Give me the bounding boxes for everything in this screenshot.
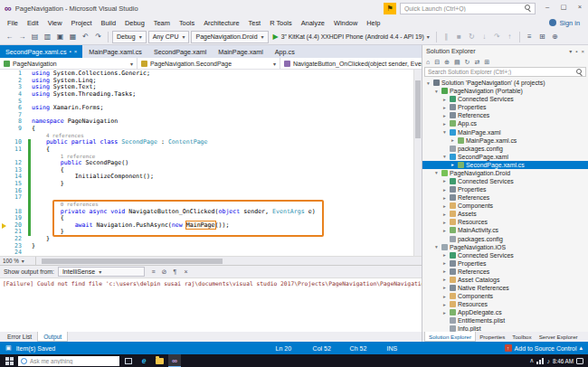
- menu-item-project[interactable]: Project: [67, 16, 97, 29]
- action-center-icon[interactable]: [576, 358, 583, 364]
- chevron-down-icon[interactable]: ▾: [569, 48, 572, 54]
- new-file-icon[interactable]: ▤: [29, 31, 41, 43]
- expander-icon[interactable]: ▸: [450, 162, 456, 167]
- save-all-icon[interactable]: ▦: [67, 31, 79, 43]
- expander-icon[interactable]: ▸: [441, 187, 448, 193]
- code-editor[interactable]: 1using System.Collections.Generic;2using…: [0, 70, 422, 256]
- step-over-icon[interactable]: ↷: [491, 31, 503, 43]
- code-line[interactable]: 16: [0, 188, 422, 195]
- menu-item-r-tools[interactable]: R Tools: [265, 16, 297, 29]
- tree-item-connected-services[interactable]: ▸Connected Services: [422, 251, 588, 259]
- network-icon[interactable]: [536, 358, 544, 364]
- grid-icon[interactable]: ⊞: [536, 31, 548, 43]
- step-into-icon[interactable]: ↓: [479, 31, 490, 43]
- expander-icon[interactable]: ▸: [441, 285, 448, 290]
- back-icon[interactable]: ←: [4, 31, 15, 43]
- expander-icon[interactable]: ▸: [441, 113, 448, 118]
- redo-icon[interactable]: ↷: [92, 31, 104, 43]
- tree-item-references[interactable]: ▸References: [422, 268, 588, 276]
- tree-item-connected-services[interactable]: ▸Connected Services: [422, 177, 588, 185]
- expander-icon[interactable]: ▸: [441, 212, 448, 217]
- show-all-icon[interactable]: ▤: [454, 59, 460, 66]
- tree-item-info.plist[interactable]: Info.plist: [422, 325, 588, 332]
- code-line[interactable]: 21 }: [0, 229, 422, 236]
- list-icon[interactable]: ≡: [524, 31, 536, 43]
- step-out-icon[interactable]: ↑: [504, 31, 516, 43]
- undo-icon[interactable]: ↶: [80, 31, 91, 43]
- tree-item-entitlements.plist[interactable]: Entitlements.plist: [422, 316, 588, 325]
- zoom-dropdown[interactable]: 100 % ▾: [0, 257, 36, 266]
- tab-mainpage.xaml.cs[interactable]: MainPage.xaml.cs: [83, 45, 147, 58]
- expander-icon[interactable]: ▸: [441, 97, 448, 102]
- collapse-all-icon[interactable]: ⊟: [434, 59, 440, 66]
- code-line[interactable]: 22 }: [0, 236, 422, 243]
- expander-icon[interactable]: ▸: [441, 277, 448, 282]
- tree-item-secondpage.xaml.cs[interactable]: ▸SecondPage.xaml.cs: [422, 161, 588, 169]
- tree-item-connected-services[interactable]: ▸Connected Services: [422, 95, 588, 103]
- editor-vertical-scrollbar[interactable]: [413, 70, 422, 256]
- code-line[interactable]: 9{: [0, 126, 422, 133]
- expander-icon[interactable]: ▸: [441, 178, 448, 184]
- restart-icon[interactable]: ↻: [466, 31, 478, 43]
- properties-icon[interactable]: ⊕: [444, 59, 450, 66]
- volume-icon[interactable]: ♪: [546, 358, 550, 364]
- tree-item-secondpage.xaml[interactable]: ▾SecondPage.xaml: [422, 153, 588, 161]
- menu-item-help[interactable]: Help: [362, 16, 384, 29]
- pin-icon[interactable]: ▪: [575, 49, 577, 54]
- code-line[interactable]: 10 public partial class SecondPage : Con…: [0, 139, 422, 146]
- tab-secondpage.xaml[interactable]: SecondPage.xaml: [148, 45, 212, 58]
- tree-item-references[interactable]: ▸References: [422, 111, 588, 119]
- tree-item-properties[interactable]: ▸Properties: [422, 103, 588, 111]
- code-line[interactable]: 11 {: [0, 146, 422, 154]
- panel-tab-server-explorer[interactable]: Server Explorer: [536, 332, 582, 342]
- menu-item-team[interactable]: Team: [149, 16, 175, 29]
- expander-icon[interactable]: ▸: [450, 137, 456, 143]
- open-file-icon[interactable]: ▥: [42, 31, 53, 43]
- wrap-icon[interactable]: ¶: [170, 268, 180, 275]
- code-line[interactable]: 17: [0, 194, 422, 202]
- expander-icon[interactable]: ▸: [441, 195, 448, 201]
- menu-item-analyze[interactable]: Analyze: [297, 16, 329, 29]
- code-line[interactable]: 23}: [0, 243, 422, 250]
- task-view-button[interactable]: [122, 354, 135, 367]
- member-dropdown[interactable]: NavigateButton_OnClicked(object sender, …: [280, 58, 422, 69]
- visual-studio-taskbar-icon[interactable]: ∞: [168, 354, 181, 367]
- startup-project-dropdown[interactable]: PageNavigation.Droid ▾: [191, 31, 268, 43]
- tree-item-mainpage.xaml.cs[interactable]: ▸MainPage.xaml.cs: [422, 136, 588, 145]
- configuration-dropdown[interactable]: Debug ▾: [112, 31, 147, 43]
- expander-icon[interactable]: ▸: [441, 228, 448, 233]
- home-icon[interactable]: ⌂: [426, 59, 430, 65]
- expander-icon[interactable]: ▸: [441, 252, 448, 258]
- tree-item-properties[interactable]: ▸Properties: [422, 185, 588, 193]
- panel-tab-output[interactable]: Output: [37, 332, 68, 342]
- forward-icon[interactable]: →: [16, 31, 28, 43]
- feedback-flag-icon[interactable]: ⚑: [384, 3, 396, 14]
- expander-icon[interactable]: ▸: [441, 105, 448, 110]
- expander-icon[interactable]: ▸: [441, 268, 448, 274]
- panel-tab-solution-explorer[interactable]: Solution Explorer: [424, 332, 476, 342]
- tree-item-solution-pagenavigation-4-projects[interactable]: ▾Solution 'PageNavigation' (4 projects): [422, 79, 588, 87]
- tree-item-components[interactable]: ▸Components: [422, 292, 588, 300]
- close-icon[interactable]: ×: [581, 49, 584, 54]
- taskbar-search-input[interactable]: [30, 358, 117, 364]
- output-source-dropdown[interactable]: IntelliSense ▾: [58, 267, 145, 277]
- menu-item-test[interactable]: Test: [244, 16, 266, 29]
- maximize-button[interactable]: ▢: [555, 0, 572, 14]
- expander-icon[interactable]: ▾: [441, 129, 448, 135]
- file-explorer-icon[interactable]: [153, 354, 166, 367]
- code-line[interactable]: 8namespace PageNavigation: [0, 118, 422, 126]
- scrollbar-thumb[interactable]: [42, 259, 223, 264]
- project-dropdown[interactable]: PageNavigation ▾: [0, 58, 138, 69]
- tree-item-asset-catalogs[interactable]: ▸Asset Catalogs: [422, 276, 588, 284]
- tree-item-native-references[interactable]: ▸Native References: [422, 284, 588, 292]
- close-icon[interactable]: ×: [181, 268, 191, 275]
- expander-icon[interactable]: ▾: [441, 154, 448, 159]
- list-icon[interactable]: ≡: [148, 268, 158, 275]
- pause-icon[interactable]: ∥: [441, 31, 452, 43]
- solution-search-box[interactable]: [424, 67, 586, 77]
- scrollbar-thumb[interactable]: [415, 80, 421, 138]
- expander-icon[interactable]: ▸: [441, 294, 448, 299]
- type-dropdown[interactable]: PageNavigation.SecondPage ▾: [138, 58, 280, 69]
- close-button[interactable]: ×: [572, 0, 588, 14]
- tree-item-packages.config[interactable]: packages.config: [422, 145, 588, 153]
